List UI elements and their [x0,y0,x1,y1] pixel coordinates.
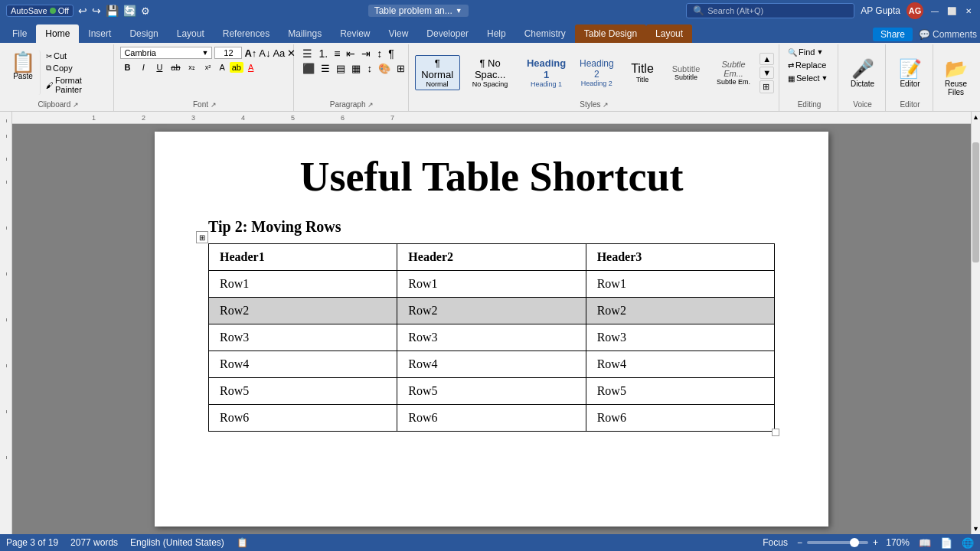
table-cell[interactable]: Row5 [209,378,397,405]
proofing-icon[interactable]: 📋 [237,537,248,548]
underline-button[interactable]: U [152,60,166,74]
select-dropdown[interactable]: ▼ [822,74,828,82]
tab-table-layout[interactable]: Layout [646,24,692,43]
table-cell[interactable]: Row4 [586,351,774,378]
text-highlight-btn[interactable]: ab [230,62,243,73]
font-size-increase[interactable]: A↑ [244,47,256,59]
tab-insert[interactable]: Insert [79,24,120,43]
scroll-thumb[interactable] [972,142,979,262]
indent-more-btn[interactable]: ⇥ [359,47,373,60]
multilevel-btn[interactable]: ≡ [332,47,342,60]
superscript-button[interactable]: x² [201,60,214,74]
table-cell[interactable]: Row3 [209,324,397,351]
tab-mailings[interactable]: Mailings [279,24,331,43]
minimize-btn[interactable]: — [929,5,940,16]
show-hide-btn[interactable]: ¶ [386,47,397,60]
user-avatar[interactable]: AG [906,2,923,19]
zoom-slider[interactable] [807,541,868,544]
table-cell[interactable]: Row6 [209,405,397,432]
focus-btn[interactable]: Focus [763,537,788,548]
clear-format-btn[interactable]: Aa [273,47,285,59]
style-subtitle[interactable]: Subtitle Subtitle [665,62,707,83]
align-left-btn[interactable]: ⬛ [300,62,317,75]
paragraph-expand[interactable]: ↗ [368,101,374,109]
zoom-out-btn[interactable]: − [797,537,802,548]
table-cell[interactable]: Row3 [397,324,586,351]
table-cell[interactable]: Row2 [586,298,774,324]
align-right-btn[interactable]: ▤ [334,62,348,75]
doc-name-bar[interactable]: Table problem an... ▼ [368,5,469,17]
save-btn[interactable]: 💾 [106,5,119,17]
editor-button[interactable]: 📝 Editor [896,57,925,90]
view-web-btn[interactable]: 🌐 [962,537,974,549]
refresh-btn[interactable]: 🔄 [123,5,136,17]
autosave-badge[interactable]: AutoSave Off [6,5,74,17]
numbering-btn[interactable]: 1. [316,47,330,60]
comments-button[interactable]: 💬 Comments [919,29,977,40]
bold-button[interactable]: B [120,60,134,74]
replace-button[interactable]: ⇄ Replace [786,60,828,70]
font-size-decrease[interactable]: A↓ [259,47,270,59]
tab-home[interactable]: Home [36,24,79,43]
table-cell[interactable]: Row6 [586,405,774,432]
line-spacing-btn[interactable]: ↕ [364,62,374,75]
tab-file[interactable]: File [3,24,36,43]
dropdown-icon[interactable]: ▼ [456,7,462,15]
paste-button[interactable]: 📋 Paste [8,51,41,95]
style-heading2[interactable]: Heading 2 Heading 2 [573,56,620,90]
vertical-scrollbar[interactable]: ▲ ▼ [971,112,980,534]
table-cell[interactable]: Row2 [397,298,586,324]
table-cell[interactable]: Row5 [397,378,586,405]
italic-button[interactable]: I [136,60,150,74]
zoom-thumb[interactable] [850,538,859,547]
table-cell[interactable]: Row6 [397,405,586,432]
styles-more-btn[interactable]: ⊞ [760,80,774,93]
select-button[interactable]: ▦ Select ▼ [786,73,831,83]
copy-button[interactable]: ⧉ Copy [44,63,109,73]
table-cell[interactable]: Row5 [586,378,774,405]
tab-layout[interactable]: Layout [168,24,214,43]
tab-review[interactable]: Review [331,24,379,43]
scroll-down-btn[interactable]: ▼ [972,523,980,534]
table-resize-handle[interactable] [772,429,779,436]
indent-less-btn[interactable]: ⇤ [344,47,358,60]
scroll-up-btn[interactable]: ▲ [972,112,980,122]
share-button[interactable]: Share [873,28,913,41]
style-subtle-emphasis[interactable]: Subtle Em... Subtle Em. [708,57,759,88]
bullets-btn[interactable]: ☰ [300,47,315,60]
style-title[interactable]: Title Title [621,60,664,86]
shading-btn[interactable]: 🎨 [376,62,393,75]
reuse-files-button[interactable]: 📂 Reuse Files [942,57,971,98]
table-cell[interactable]: Row4 [397,351,586,378]
dictate-button[interactable]: 🎤 Dictate [848,57,877,90]
view-print-btn[interactable]: 📄 [940,537,952,549]
tab-view[interactable]: View [380,24,418,43]
styles-expand[interactable]: ↗ [603,101,609,109]
style-heading1[interactable]: Heading 1 Heading 1 [521,55,573,90]
style-normal[interactable]: ¶ Normal Normal [415,55,460,90]
styles-down-btn[interactable]: ▼ [760,67,774,79]
maximize-btn[interactable]: ⬜ [946,5,957,16]
undo-btn[interactable]: ↩ [78,5,87,17]
strikethrough-button[interactable]: ab [168,60,182,74]
tab-references[interactable]: References [214,24,279,43]
zoom-in-btn[interactable]: + [873,537,878,548]
font-expand[interactable]: ↗ [211,101,217,109]
tab-developer[interactable]: Developer [417,24,478,43]
table-cell[interactable]: Row3 [586,324,774,351]
cut-button[interactable]: ✂ Cut [44,51,109,61]
tab-chemistry[interactable]: Chemistry [515,24,575,43]
tab-design[interactable]: Design [120,24,167,43]
search-bar[interactable]: 🔍 Search (Alt+Q) [686,3,854,18]
document-page[interactable]: Useful Table Shortcut Tip 2: Moving Rows… [155,132,828,527]
redo-btn[interactable]: ↪ [92,5,101,17]
tab-table-design[interactable]: Table Design [575,24,646,43]
justify-btn[interactable]: ▦ [349,62,363,75]
find-button[interactable]: 🔍 Find ▼ [786,47,825,57]
close-btn[interactable]: ✕ [963,5,974,16]
font-name-selector[interactable]: Cambria ▼ [120,47,212,59]
font-color-btn[interactable]: A [246,62,256,73]
tab-help[interactable]: Help [478,24,515,43]
borders-btn[interactable]: ⊞ [394,62,407,75]
subscript-button[interactable]: x₂ [185,60,198,74]
